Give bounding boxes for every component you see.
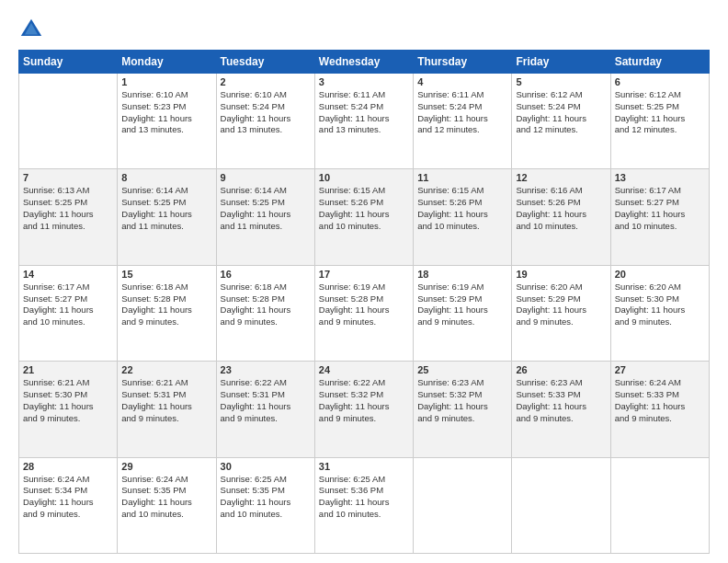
day-number: 24 — [319, 364, 409, 375]
calendar-cell: 11Sunrise: 6:15 AM Sunset: 5:26 PM Dayli… — [414, 169, 512, 265]
weekday-monday: Monday — [118, 51, 216, 74]
day-info: Sunrise: 6:20 AM Sunset: 5:30 PM Dayligh… — [615, 282, 705, 328]
day-info: Sunrise: 6:11 AM Sunset: 5:24 PM Dayligh… — [417, 89, 507, 136]
day-info: Sunrise: 6:11 AM Sunset: 5:24 PM Dayligh… — [319, 89, 409, 136]
day-info: Sunrise: 6:20 AM Sunset: 5:29 PM Dayligh… — [516, 282, 606, 328]
calendar-cell: 20Sunrise: 6:20 AM Sunset: 5:30 PM Dayli… — [610, 265, 709, 361]
day-info: Sunrise: 6:18 AM Sunset: 5:28 PM Dayligh… — [221, 282, 311, 328]
calendar-cell: 2Sunrise: 6:10 AM Sunset: 5:24 PM Daylig… — [216, 74, 314, 169]
day-info: Sunrise: 6:17 AM Sunset: 5:27 PM Dayligh… — [23, 282, 113, 328]
day-number: 20 — [615, 269, 705, 280]
day-number: 15 — [121, 269, 211, 280]
page: SundayMondayTuesdayWednesdayThursdayFrid… — [0, 0, 728, 563]
day-number: 19 — [516, 269, 606, 280]
day-number: 29 — [121, 461, 211, 472]
day-info: Sunrise: 6:21 AM Sunset: 5:30 PM Dayligh… — [23, 377, 113, 424]
day-number: 1 — [121, 76, 211, 87]
day-info: Sunrise: 6:18 AM Sunset: 5:28 PM Dayligh… — [121, 282, 211, 328]
calendar-cell: 23Sunrise: 6:22 AM Sunset: 5:31 PM Dayli… — [216, 362, 314, 457]
day-info: Sunrise: 6:24 AM Sunset: 5:35 PM Dayligh… — [121, 474, 211, 521]
calendar-cell: 25Sunrise: 6:23 AM Sunset: 5:32 PM Dayli… — [414, 362, 512, 457]
header — [18, 17, 710, 42]
day-info: Sunrise: 6:19 AM Sunset: 5:28 PM Dayligh… — [319, 282, 409, 328]
calendar-cell: 26Sunrise: 6:23 AM Sunset: 5:33 PM Dayli… — [512, 362, 610, 457]
weekday-wednesday: Wednesday — [314, 51, 413, 74]
calendar-cell: 31Sunrise: 6:25 AM Sunset: 5:36 PM Dayli… — [314, 457, 413, 553]
day-number: 31 — [319, 461, 409, 472]
day-info: Sunrise: 6:23 AM Sunset: 5:32 PM Dayligh… — [417, 377, 507, 424]
day-number: 17 — [319, 269, 409, 280]
day-info: Sunrise: 6:13 AM Sunset: 5:25 PM Dayligh… — [23, 185, 113, 232]
calendar-cell — [512, 457, 610, 553]
calendar-cell: 18Sunrise: 6:19 AM Sunset: 5:29 PM Dayli… — [414, 265, 512, 361]
day-info: Sunrise: 6:24 AM Sunset: 5:33 PM Dayligh… — [615, 377, 705, 424]
calendar-week-3: 14Sunrise: 6:17 AM Sunset: 5:27 PM Dayli… — [19, 265, 710, 361]
calendar-cell: 24Sunrise: 6:22 AM Sunset: 5:32 PM Dayli… — [314, 362, 413, 457]
calendar-cell: 27Sunrise: 6:24 AM Sunset: 5:33 PM Dayli… — [610, 362, 709, 457]
day-number: 23 — [221, 364, 311, 375]
weekday-sunday: Sunday — [19, 51, 118, 74]
weekday-tuesday: Tuesday — [216, 51, 314, 74]
logo — [18, 17, 48, 42]
weekday-header-row: SundayMondayTuesdayWednesdayThursdayFrid… — [19, 51, 710, 74]
calendar-cell: 14Sunrise: 6:17 AM Sunset: 5:27 PM Dayli… — [19, 265, 118, 361]
day-info: Sunrise: 6:24 AM Sunset: 5:34 PM Dayligh… — [23, 474, 113, 521]
day-number: 18 — [417, 269, 507, 280]
logo-icon — [18, 17, 44, 42]
calendar-cell: 22Sunrise: 6:21 AM Sunset: 5:31 PM Dayli… — [118, 362, 216, 457]
calendar-week-4: 21Sunrise: 6:21 AM Sunset: 5:30 PM Dayli… — [19, 362, 710, 457]
calendar-cell: 16Sunrise: 6:18 AM Sunset: 5:28 PM Dayli… — [216, 265, 314, 361]
day-info: Sunrise: 6:12 AM Sunset: 5:25 PM Dayligh… — [615, 89, 705, 136]
day-number: 12 — [516, 172, 606, 183]
weekday-friday: Friday — [512, 51, 610, 74]
calendar-cell: 8Sunrise: 6:14 AM Sunset: 5:25 PM Daylig… — [118, 169, 216, 265]
calendar-cell: 1Sunrise: 6:10 AM Sunset: 5:23 PM Daylig… — [118, 74, 216, 169]
calendar-cell: 28Sunrise: 6:24 AM Sunset: 5:34 PM Dayli… — [19, 457, 118, 553]
calendar-cell — [414, 457, 512, 553]
calendar-week-2: 7Sunrise: 6:13 AM Sunset: 5:25 PM Daylig… — [19, 169, 710, 265]
calendar-cell: 30Sunrise: 6:25 AM Sunset: 5:35 PM Dayli… — [216, 457, 314, 553]
calendar-cell: 10Sunrise: 6:15 AM Sunset: 5:26 PM Dayli… — [314, 169, 413, 265]
day-number: 14 — [23, 269, 113, 280]
calendar-cell: 21Sunrise: 6:21 AM Sunset: 5:30 PM Dayli… — [19, 362, 118, 457]
day-info: Sunrise: 6:16 AM Sunset: 5:26 PM Dayligh… — [516, 185, 606, 232]
day-info: Sunrise: 6:21 AM Sunset: 5:31 PM Dayligh… — [121, 377, 211, 424]
day-info: Sunrise: 6:25 AM Sunset: 5:36 PM Dayligh… — [319, 474, 409, 521]
day-number: 10 — [319, 172, 409, 183]
calendar-cell: 7Sunrise: 6:13 AM Sunset: 5:25 PM Daylig… — [19, 169, 118, 265]
calendar-week-1: 1Sunrise: 6:10 AM Sunset: 5:23 PM Daylig… — [19, 74, 710, 169]
day-number: 4 — [417, 76, 507, 87]
calendar-cell: 17Sunrise: 6:19 AM Sunset: 5:28 PM Dayli… — [314, 265, 413, 361]
day-info: Sunrise: 6:15 AM Sunset: 5:26 PM Dayligh… — [417, 185, 507, 232]
day-number: 21 — [23, 364, 113, 375]
day-number: 25 — [417, 364, 507, 375]
day-info: Sunrise: 6:10 AM Sunset: 5:23 PM Dayligh… — [121, 89, 211, 136]
calendar-cell: 6Sunrise: 6:12 AM Sunset: 5:25 PM Daylig… — [610, 74, 709, 169]
weekday-saturday: Saturday — [610, 51, 709, 74]
day-number: 9 — [221, 172, 311, 183]
calendar-cell — [19, 74, 118, 169]
day-number: 27 — [615, 364, 705, 375]
calendar-cell: 12Sunrise: 6:16 AM Sunset: 5:26 PM Dayli… — [512, 169, 610, 265]
day-number: 30 — [221, 461, 311, 472]
calendar-cell — [610, 457, 709, 553]
day-number: 6 — [615, 76, 705, 87]
day-number: 16 — [221, 269, 311, 280]
calendar-cell: 29Sunrise: 6:24 AM Sunset: 5:35 PM Dayli… — [118, 457, 216, 553]
day-number: 11 — [417, 172, 507, 183]
day-number: 22 — [121, 364, 211, 375]
day-info: Sunrise: 6:14 AM Sunset: 5:25 PM Dayligh… — [121, 185, 211, 232]
day-info: Sunrise: 6:22 AM Sunset: 5:31 PM Dayligh… — [221, 377, 311, 424]
day-number: 28 — [23, 461, 113, 472]
calendar-cell: 5Sunrise: 6:12 AM Sunset: 5:24 PM Daylig… — [512, 74, 610, 169]
day-number: 5 — [516, 76, 606, 87]
day-info: Sunrise: 6:10 AM Sunset: 5:24 PM Dayligh… — [221, 89, 311, 136]
calendar-week-5: 28Sunrise: 6:24 AM Sunset: 5:34 PM Dayli… — [19, 457, 710, 553]
calendar-cell: 9Sunrise: 6:14 AM Sunset: 5:25 PM Daylig… — [216, 169, 314, 265]
calendar-cell: 13Sunrise: 6:17 AM Sunset: 5:27 PM Dayli… — [610, 169, 709, 265]
day-number: 13 — [615, 172, 705, 183]
day-info: Sunrise: 6:14 AM Sunset: 5:25 PM Dayligh… — [221, 185, 311, 232]
day-number: 3 — [319, 76, 409, 87]
weekday-thursday: Thursday — [414, 51, 512, 74]
day-number: 8 — [121, 172, 211, 183]
